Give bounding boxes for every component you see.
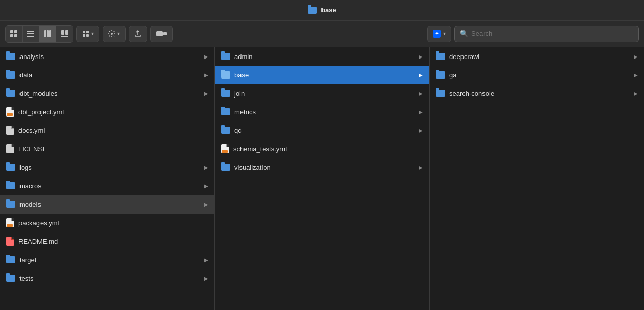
gallery-icon xyxy=(61,30,69,38)
list-item[interactable]: ga▶ xyxy=(430,66,644,84)
action-button[interactable]: ▾ xyxy=(103,26,126,42)
file-icon xyxy=(6,144,14,153)
file-item-name: data xyxy=(19,71,200,79)
folder-icon xyxy=(436,53,445,60)
folder-icon xyxy=(6,90,15,97)
file-item-name: LICENSE xyxy=(18,145,208,153)
svg-rect-14 xyxy=(86,31,89,33)
svg-rect-3 xyxy=(14,34,17,37)
svg-rect-6 xyxy=(27,36,34,37)
file-item-name: dbt_project.yml xyxy=(18,108,208,116)
file-item-name: macros xyxy=(19,182,200,190)
folder-icon xyxy=(221,53,230,60)
file-item-name: admin xyxy=(234,53,415,61)
list-item[interactable]: deepcrawl▶ xyxy=(430,47,644,66)
list-item[interactable]: search-console▶ xyxy=(430,84,644,103)
file-item-name: schema_tests.yml xyxy=(233,145,423,153)
list-item[interactable]: join▶ xyxy=(215,84,429,103)
group-button[interactable]: ▾ xyxy=(76,26,99,42)
list-item[interactable]: qc▶ xyxy=(215,121,429,140)
list-item[interactable]: target▶ xyxy=(0,250,214,269)
list-item[interactable]: docs.yml xyxy=(0,121,214,140)
svg-rect-5 xyxy=(27,33,34,34)
column-2: admin▶base▶join▶metrics▶qc▶schema_tests.… xyxy=(215,47,430,310)
file-icon xyxy=(6,126,14,135)
chevron-right-icon: ▶ xyxy=(419,109,423,115)
list-item[interactable]: macros▶ xyxy=(0,177,214,195)
chevron-right-icon: ▶ xyxy=(204,91,208,96)
chevron-right-icon: ▶ xyxy=(419,165,423,170)
title-folder-icon xyxy=(308,7,317,14)
svg-rect-12 xyxy=(61,36,68,37)
search-icon: 🔍 xyxy=(460,30,468,37)
gear-icon xyxy=(108,30,115,37)
dropbox-button[interactable]: ✦ ▾ xyxy=(427,26,451,42)
svg-point-17 xyxy=(111,33,113,35)
columns-view-button[interactable] xyxy=(39,26,56,42)
svg-rect-18 xyxy=(156,31,163,36)
svg-rect-2 xyxy=(10,34,13,37)
list-item[interactable]: dbt_modules▶ xyxy=(0,84,214,103)
column-3: deepcrawl▶ga▶search-console▶ xyxy=(430,47,644,310)
list-view-button[interactable] xyxy=(23,26,39,42)
list-item[interactable]: logs▶ xyxy=(0,158,214,177)
chevron-right-icon: ▶ xyxy=(204,165,208,170)
list-item[interactable]: analysis▶ xyxy=(0,47,214,66)
file-item-name: models xyxy=(19,201,200,208)
chevron-right-icon: ▶ xyxy=(634,72,638,78)
list-item[interactable]: packages.yml xyxy=(0,214,214,232)
chevron-right-icon: ▶ xyxy=(634,91,638,96)
tag-icon xyxy=(156,30,167,37)
chevron-right-icon: ▶ xyxy=(204,202,208,207)
file-item-name: join xyxy=(234,90,415,98)
list-item[interactable]: dbt_project.yml xyxy=(0,103,214,121)
grid-view-button[interactable] xyxy=(6,26,23,42)
toolbar: ▾ ▾ ✦ ▾ 🔍 xyxy=(0,21,644,47)
svg-rect-16 xyxy=(86,34,89,37)
folder-icon xyxy=(221,108,230,115)
folder-icon xyxy=(221,127,230,134)
list-item[interactable]: LICENSE xyxy=(0,140,214,158)
md-file-icon xyxy=(6,237,14,246)
folder-icon xyxy=(6,71,15,79)
list-icon xyxy=(27,30,35,38)
search-bar[interactable]: 🔍 xyxy=(454,26,639,42)
folder-icon xyxy=(6,275,15,282)
share-button[interactable] xyxy=(129,26,147,42)
group-icon xyxy=(82,30,89,37)
list-item[interactable]: base▶ xyxy=(215,66,429,84)
list-item[interactable]: models▶ xyxy=(0,195,214,214)
yaml-file-icon xyxy=(6,218,14,227)
chevron-right-icon: ▶ xyxy=(204,276,208,281)
folder-icon xyxy=(436,71,445,79)
folder-icon xyxy=(6,201,15,208)
file-item-name: analysis xyxy=(19,53,200,61)
list-item[interactable]: schema_tests.yml xyxy=(215,140,429,158)
share-icon xyxy=(134,30,142,37)
chevron-right-icon: ▶ xyxy=(419,91,423,96)
list-item[interactable]: tests▶ xyxy=(0,269,214,287)
file-item-name: visualization xyxy=(234,164,415,171)
search-input[interactable] xyxy=(471,30,633,37)
list-item[interactable]: visualization▶ xyxy=(215,158,429,177)
column-1: analysis▶data▶dbt_modules▶dbt_project.ym… xyxy=(0,47,215,310)
svg-rect-9 xyxy=(49,30,51,37)
folder-icon xyxy=(6,164,15,171)
folder-icon xyxy=(221,71,230,79)
svg-rect-4 xyxy=(27,31,34,32)
tag-button[interactable] xyxy=(150,26,173,42)
list-item[interactable]: metrics▶ xyxy=(215,103,429,121)
file-item-name: qc xyxy=(234,127,415,134)
list-item[interactable]: data▶ xyxy=(0,66,214,84)
svg-rect-10 xyxy=(61,30,64,35)
file-item-name: README.md xyxy=(18,238,208,245)
chevron-right-icon: ▶ xyxy=(419,72,423,78)
folder-icon xyxy=(221,164,230,171)
group-dropdown-arrow: ▾ xyxy=(91,31,94,36)
folder-icon xyxy=(6,256,15,263)
dropbox-icon: ✦ xyxy=(433,30,441,38)
list-item[interactable]: admin▶ xyxy=(215,47,429,66)
list-item[interactable]: README.md xyxy=(0,232,214,250)
gallery-view-button[interactable] xyxy=(56,26,73,42)
svg-rect-8 xyxy=(47,30,49,37)
